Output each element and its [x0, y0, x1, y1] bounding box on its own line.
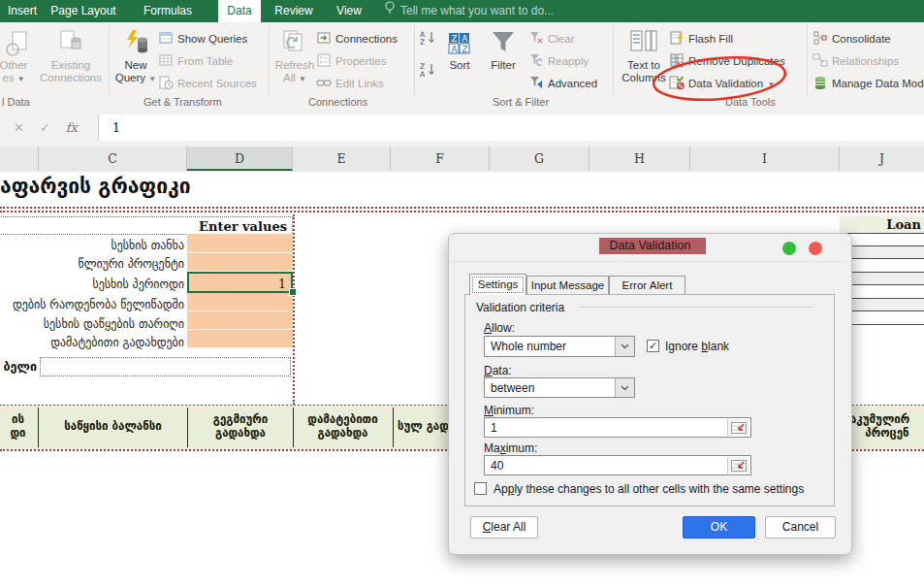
ignore-blank-checkbox[interactable]: ✓: [647, 340, 659, 352]
column-header-j[interactable]: J: [840, 147, 924, 171]
text-to-columns-button[interactable]: Text to Columns: [621, 25, 667, 84]
input-cell-extra-payments[interactable]: [187, 330, 293, 348]
table-header-scheduled-payment: გეგმიურიგადახდა: [188, 413, 293, 440]
input-cell-loan-amount[interactable]: [187, 234, 293, 253]
reapply-button[interactable]: Reapply: [528, 51, 589, 71]
tab-formulas[interactable]: Formulas: [136, 0, 200, 22]
sort-az-ascending-icon: AZ: [419, 29, 438, 49]
apply-to-all-label[interactable]: Apply these changes to all other cells w…: [494, 482, 804, 496]
title-separator: [449, 261, 851, 262]
summary-cell[interactable]: [840, 299, 924, 311]
formula-input[interactable]: 1: [98, 114, 924, 141]
tab-data[interactable]: Data: [218, 0, 261, 22]
ribbon: l Data Get & Transform Connections Sort …: [0, 22, 924, 111]
summary-cell[interactable]: [840, 311, 924, 325]
data-dropdown[interactable]: between: [484, 377, 635, 398]
show-queries-button[interactable]: Show Queries: [158, 29, 247, 49]
column-header-b[interactable]: [0, 147, 39, 171]
edit-links-button[interactable]: Edit Links: [316, 74, 384, 93]
clear-all-button[interactable]: Clear All: [470, 516, 538, 539]
input-cell-start-date[interactable]: [187, 311, 293, 330]
green-dot[interactable]: [782, 242, 796, 255]
input-cell-payments-per-year[interactable]: [187, 293, 293, 311]
sort-button[interactable]: ZAAZ Sort: [440, 25, 479, 72]
refresh-all-button[interactable]: Refresh All ▼: [272, 25, 317, 85]
header-divider: [393, 408, 394, 447]
tell-me-box[interactable]: Tell me what you want to do...: [384, 0, 554, 22]
table-header-date: ისდი: [0, 413, 36, 440]
column-header-d[interactable]: D: [187, 147, 293, 171]
summary-cell[interactable]: [840, 285, 924, 299]
borrower-input-box[interactable]: [40, 357, 291, 376]
chevron-down-icon[interactable]: [615, 378, 634, 397]
column-header-c[interactable]: C: [39, 147, 187, 171]
recent-sources-button[interactable]: Recent Sources: [158, 74, 257, 93]
tab-review[interactable]: Review: [268, 0, 320, 22]
sort-descending-button[interactable]: ZA: [419, 61, 438, 81]
tab-page-layout[interactable]: Page Layout: [45, 0, 122, 22]
fill-handle[interactable]: [289, 288, 297, 296]
maximum-input[interactable]: 40: [484, 455, 751, 475]
tab-insert[interactable]: Insert: [2, 0, 43, 22]
tab-error-alert[interactable]: Error Alert: [609, 276, 685, 295]
data-validation-button[interactable]: Data Validation ▼: [669, 74, 775, 93]
table-header-total-payment: სულ გად: [398, 420, 452, 434]
table-header-interest: პროცენ: [850, 427, 924, 441]
ok-button[interactable]: OK: [683, 516, 755, 539]
confirm-entry-icon[interactable]: ✓: [40, 120, 50, 135]
data-value: between: [491, 381, 534, 395]
amortization-table-header-right: აკუმულირ პროცენ: [840, 406, 924, 449]
filter-button[interactable]: Filter: [483, 25, 524, 72]
column-header-i[interactable]: I: [690, 147, 840, 171]
manage-data-model-button[interactable]: Manage Data Model: [812, 74, 924, 93]
tell-me-text: Tell me what you want to do...: [400, 0, 554, 22]
allow-dropdown[interactable]: Whole number: [484, 336, 635, 357]
loan-summary-cells: [840, 233, 924, 325]
flash-fill-button[interactable]: Flash Fill: [669, 29, 733, 49]
remove-duplicates-button[interactable]: Remove Duplicates: [669, 51, 785, 71]
column-header-h[interactable]: H: [589, 147, 690, 171]
data-label: Data:: [484, 364, 512, 377]
cancel-button[interactable]: Cancel: [765, 516, 836, 539]
sort-za-descending-icon: ZA: [419, 61, 438, 81]
consolidate-button[interactable]: Consolidate: [812, 29, 891, 49]
groupbox-line: [580, 307, 812, 308]
summary-cell[interactable]: [840, 246, 924, 259]
data-validation-dropdown-arrow[interactable]: ▼: [767, 80, 775, 86]
maximum-value: 40: [491, 459, 503, 473]
tab-settings[interactable]: Settings: [469, 274, 526, 295]
red-dot[interactable]: [809, 242, 822, 255]
from-table-button[interactable]: From Table: [158, 51, 233, 71]
column-header-f[interactable]: F: [391, 147, 490, 171]
insert-function-icon[interactable]: fx: [66, 120, 78, 135]
range-picker-icon[interactable]: [727, 419, 749, 436]
apply-to-all-checkbox[interactable]: [474, 482, 487, 495]
connections-button[interactable]: Connections: [316, 29, 398, 49]
summary-cell[interactable]: [840, 233, 924, 246]
properties-button[interactable]: Properties: [316, 51, 386, 71]
new-query-button[interactable]: New Query ▼: [112, 25, 159, 85]
chevron-down-icon[interactable]: [615, 337, 634, 356]
ignore-blank-label[interactable]: Ignore blank: [665, 340, 729, 353]
relationships-button[interactable]: Relationships: [812, 51, 899, 71]
selected-cell-loan-period[interactable]: 1: [187, 272, 293, 293]
show-queries-icon: [158, 30, 174, 48]
range-picker-icon[interactable]: [727, 457, 749, 474]
tab-input-message[interactable]: Input Message: [526, 276, 609, 295]
minimum-input[interactable]: 1: [484, 417, 751, 438]
group-label-connections: Connections: [308, 96, 367, 108]
sort-ascending-button[interactable]: AZ: [419, 29, 438, 49]
advanced-filter-icon: [528, 75, 544, 92]
cancel-entry-icon[interactable]: ✕: [14, 120, 24, 135]
manage-data-model-icon: [812, 75, 828, 92]
amortization-table-header: ისდი საწყისი ბალანსი გეგმიურიგადახდა დამ…: [0, 406, 452, 449]
summary-cell[interactable]: [840, 259, 924, 273]
existing-connections-button[interactable]: Existing Connections: [37, 25, 105, 84]
column-header-g[interactable]: G: [490, 147, 589, 171]
clear-filter-button[interactable]: Clear: [528, 29, 574, 49]
column-header-e[interactable]: E: [293, 147, 391, 171]
tab-view[interactable]: View: [328, 0, 370, 22]
advanced-filter-button[interactable]: Advanced: [528, 74, 597, 93]
summary-cell[interactable]: [840, 273, 924, 285]
input-cell-annual-rate[interactable]: [187, 253, 293, 272]
